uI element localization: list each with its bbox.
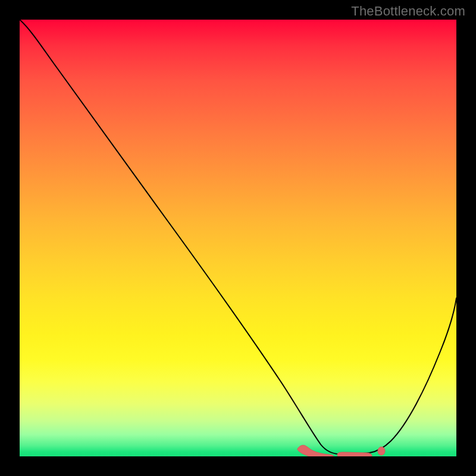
bottleneck-curve-svg [20, 20, 456, 456]
bottleneck-curve-path [20, 20, 456, 454]
highlight-blob-right [378, 447, 385, 455]
plot-area [20, 20, 456, 456]
highlight-group [298, 445, 385, 456]
highlight-blob-mid [337, 452, 372, 456]
chart-frame: TheBottleneck.com [0, 0, 476, 476]
attribution-text: TheBottleneck.com [351, 4, 465, 19]
